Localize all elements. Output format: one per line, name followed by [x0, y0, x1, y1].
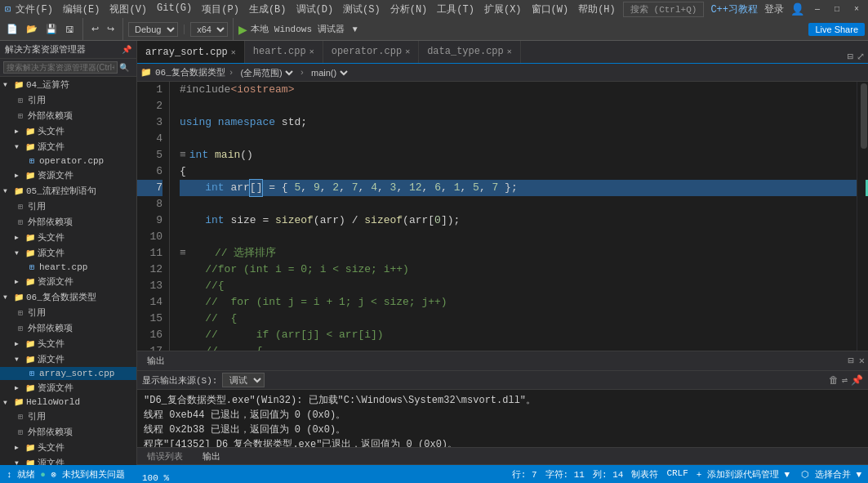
tree-item-hdr3[interactable]: ▶ 📁 头文件: [0, 336, 136, 351]
breadcrumb-path[interactable]: 06_复合数据类型: [155, 66, 225, 78]
output-line-1: "D6_复合数据类型.exe"(Win32): 已加载"C:\Windows\S…: [144, 393, 861, 408]
output-pin-icon[interactable]: 📌: [851, 374, 863, 387]
tree-item-ext3[interactable]: ⊞ 外部依赖项: [0, 320, 136, 336]
output-panel-float-icon[interactable]: ⊟: [848, 355, 854, 367]
tree-item-ref2[interactable]: ⊞ 引用: [0, 199, 136, 214]
output-panel-controls: ⊟ ✕: [848, 355, 865, 367]
menu-analyze[interactable]: 分析(N): [390, 2, 428, 16]
liveshare-button[interactable]: Live Share: [808, 23, 865, 36]
run-button[interactable]: ▶: [238, 23, 247, 36]
tree-item-src1[interactable]: ▼ 📁 源文件: [0, 139, 136, 154]
tree-item-ref4[interactable]: ⊞ 引用: [0, 409, 136, 424]
tab-data-type[interactable]: data_type.cpp ✕: [419, 41, 521, 63]
tab-close-heart[interactable]: ✕: [309, 47, 314, 56]
toolbar-open-btn[interactable]: 📂: [23, 22, 41, 36]
tree-item-res1[interactable]: ▶ 📁 资源文件: [0, 168, 136, 183]
vertical-scrollbar[interactable]: [857, 82, 868, 351]
tree-item-05[interactable]: ▼ 📁 05_流程控制语句: [0, 183, 136, 199]
menu-build[interactable]: 生成(B): [249, 2, 287, 16]
status-insert[interactable]: 制表符: [631, 468, 658, 481]
tab-heart[interactable]: heart.cpp ✕: [245, 41, 323, 63]
tab-array-sort[interactable]: array_sort.cpp ✕: [137, 41, 245, 63]
menu-debug[interactable]: 调试(D): [296, 2, 334, 16]
tree-item-src3[interactable]: ▼ 📁 源文件: [0, 351, 136, 367]
tree-item-ref1[interactable]: ⊞ 引用: [0, 92, 136, 108]
menu-file[interactable]: 文件(F): [16, 2, 53, 16]
tree-item-src2[interactable]: ▼ 📁 源文件: [0, 245, 136, 261]
tab-operator[interactable]: operator.cpp ✕: [323, 41, 419, 63]
menu-view[interactable]: 视图(V): [109, 2, 147, 16]
code-kw-using: using: [180, 114, 211, 131]
scope-select[interactable]: (全局范围): [237, 67, 296, 78]
symbol-select[interactable]: main(): [308, 67, 350, 78]
tree-item-04[interactable]: ▼ 📁 04_运算符: [0, 77, 136, 92]
sidebar-search-input[interactable]: [3, 61, 118, 74]
tree-item-hdr2[interactable]: ▶ 📁 头文件: [0, 230, 136, 245]
cpp-tutorial-link[interactable]: C++习教程: [710, 2, 758, 16]
tab-close-operator[interactable]: ✕: [405, 47, 410, 56]
toolbar-more-btn[interactable]: ▼: [348, 23, 363, 35]
code-num-5: 5: [294, 180, 300, 196]
editor-expand-icon[interactable]: ⤢: [857, 51, 865, 63]
menu-extensions[interactable]: 扩展(X): [484, 2, 522, 16]
tree-item-hello[interactable]: ▼ 📁 HelloWorld: [0, 396, 136, 409]
search-icon[interactable]: 🔍: [119, 63, 129, 73]
tab-close-array-sort[interactable]: ✕: [231, 47, 236, 57]
tab-label-operator: operator.cpp: [332, 46, 402, 57]
tree-item-ext4[interactable]: ⊞ 外部依赖项: [0, 424, 136, 440]
menu-project[interactable]: 项目(P): [202, 2, 239, 16]
solution-explorer: 解决方案资源管理器 📌 🔍 ▼ 📁 04_运算符 ⊞ 引用: [0, 41, 137, 465]
output-source-select[interactable]: 调试: [222, 373, 265, 387]
tree-item-hdr4[interactable]: ▶ 📁 头文件: [0, 440, 136, 455]
tree-item-array-sort[interactable]: ⊞ array_sort.cpp: [0, 367, 136, 380]
bottom-tab-output[interactable]: 输出: [193, 449, 230, 464]
editor-split-icon[interactable]: ⊟: [848, 51, 853, 63]
close-btn[interactable]: ×: [850, 2, 863, 16]
platform-select[interactable]: x64: [190, 22, 228, 37]
menu-test[interactable]: 测试(S): [343, 2, 381, 16]
tree-item-res2[interactable]: ▶ 📁 资源文件: [0, 274, 136, 289]
toolbar-undo-btn[interactable]: ↩: [88, 22, 102, 36]
output-panel-close-icon[interactable]: ✕: [859, 355, 865, 367]
menu-git[interactable]: Git(G): [157, 2, 192, 16]
tree-item-src4[interactable]: ▼ 📁 源文件: [0, 455, 136, 465]
code-content[interactable]: #include<iostream> using namespace std; …: [170, 82, 857, 351]
status-encoding[interactable]: CRLF: [666, 468, 688, 481]
login-button[interactable]: 登录: [764, 2, 784, 16]
toolbar-new-btn[interactable]: 📄: [3, 22, 21, 36]
error-status[interactable]: ● ⊗ 未找到相关问题: [40, 468, 124, 481]
output-clear-icon[interactable]: 🗑: [829, 374, 839, 387]
tree-item-heart[interactable]: ⊞ heart.cpp: [0, 261, 136, 274]
toolbar-redo-btn[interactable]: ↪: [104, 22, 118, 36]
tab-close-data-type[interactable]: ✕: [507, 47, 512, 56]
add-source-control[interactable]: + 添加到源代码管理 ▼: [697, 468, 790, 481]
search-box[interactable]: 搜索 (Ctrl+Q): [623, 2, 704, 17]
tree-item-ref3[interactable]: ⊞ 引用: [0, 305, 136, 320]
menu-tools[interactable]: 工具(T): [437, 2, 474, 16]
tree-arrow-src3: ▼: [15, 356, 23, 363]
tree-item-operator[interactable]: ⊞ operator.cpp: [0, 154, 136, 168]
tree-item-res3[interactable]: ▶ 📁 资源文件: [0, 380, 136, 396]
git-status[interactable]: ↕ 就绪: [7, 468, 35, 481]
sidebar-pin-icon[interactable]: 📌: [122, 45, 131, 55]
toolbar-save-btn[interactable]: 💾: [42, 22, 60, 36]
tree-item-ext2[interactable]: ⊞ 外部依赖项: [0, 214, 136, 230]
toolbar-save-all-btn[interactable]: 🖫: [62, 23, 78, 36]
folder-icon-hdr1: 📁: [24, 127, 36, 136]
menu-help[interactable]: 帮助(H): [578, 2, 616, 16]
output-wrap-icon[interactable]: ⇌: [842, 374, 848, 387]
menu-edit[interactable]: 编辑(E): [63, 2, 100, 16]
select-repo[interactable]: ⬡ 选择合并 ▼: [801, 468, 861, 481]
tree-item-ext1[interactable]: ⊞ 外部依赖项: [0, 108, 136, 123]
maximize-btn[interactable]: □: [830, 2, 844, 16]
menu-window[interactable]: 窗口(W): [532, 2, 569, 16]
tree-item-06[interactable]: ▼ 📁 06_复合数据类型: [0, 289, 136, 305]
code-editor[interactable]: 1 2 3 4 5 6 7 8 9 10 11 12 13 14 15 16 1…: [137, 82, 868, 351]
zoom-level[interactable]: 100 %: [137, 473, 174, 483]
tab-label-data-type: data_type.cpp: [427, 46, 504, 57]
bottom-tab-errors[interactable]: 错误列表: [137, 449, 193, 464]
debug-config-select[interactable]: Debug: [128, 22, 178, 37]
scrollbar-thumb[interactable]: [861, 83, 867, 149]
minimize-btn[interactable]: —: [811, 2, 824, 16]
tree-item-hdr1[interactable]: ▶ 📁 头文件: [0, 123, 136, 139]
